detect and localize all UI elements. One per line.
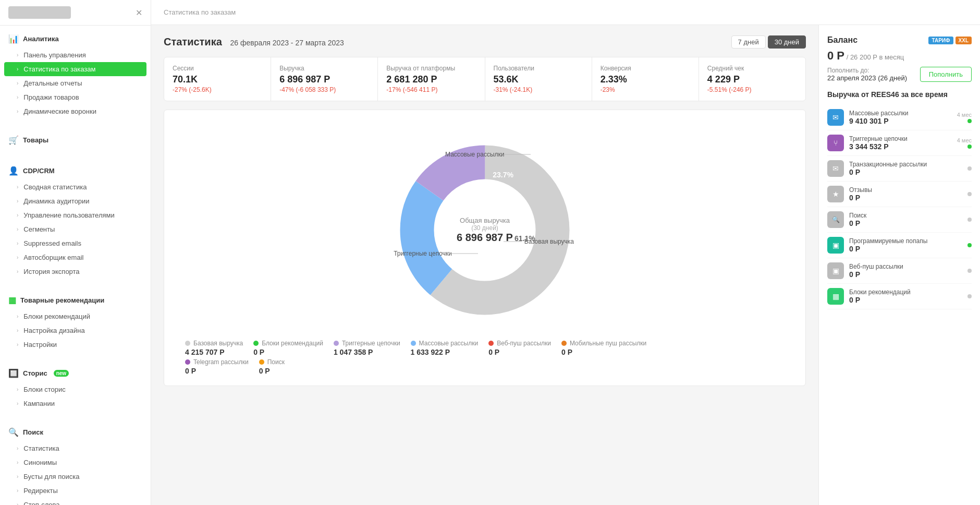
breadcrumb: Статистика по заказам	[164, 8, 236, 16]
revenue-dot-mass	[967, 119, 972, 123]
metric-users-value: 53.6K	[494, 74, 583, 85]
sidebar-section-header-stories[interactable]: 🔲 Сторис new	[0, 364, 151, 382]
revenue-info-trigger: Триггерные цепочки 3 344 532 Р	[849, 135, 952, 151]
sidebar-item-audience-dynamics[interactable]: › Динамика аудитории	[0, 194, 151, 208]
metric-sessions-value: 70.1K	[173, 74, 262, 85]
sidebar-section-header-search[interactable]: 🔍 Поиск	[0, 423, 151, 441]
legend-row-2: Telegram рассылки 0 Р Поиск 0 Р	[175, 358, 795, 375]
chevron-icon: ›	[17, 66, 18, 72]
legend-dot-webpush	[488, 341, 494, 346]
legend-item-4: Веб-пуш рассылки 0 Р	[488, 340, 551, 356]
pct-label-base: 61.1%	[514, 234, 535, 243]
revenue-dot-trigger	[967, 145, 972, 149]
metric-sessions-label: Сессии	[173, 65, 262, 72]
period-30-button[interactable]: 30 дней	[768, 35, 806, 49]
sidebar-item-product-sales[interactable]: › Продажи товаров	[0, 90, 151, 104]
sidebar-item-story-blocks[interactable]: › Блоки сторис	[0, 382, 151, 396]
metric-revenue: Выручка 6 896 987 Р -47% (-6 058 333 Р)	[271, 57, 378, 101]
sidebar-section-header-analytics[interactable]: 📊 Аналитика	[0, 30, 151, 48]
metric-conversion-change: -23%	[601, 86, 690, 93]
chevron-icon: ›	[17, 80, 18, 86]
tariff-badges: ТАРИФ XXL	[928, 37, 972, 44]
recommendations-icon: ▦	[8, 295, 16, 305]
sidebar-logo	[8, 6, 71, 19]
sidebar-item-design-settings[interactable]: › Настройка дизайна	[0, 323, 151, 338]
revenue-icon-reviews: ★	[827, 186, 844, 202]
legend-row: Базовая выручка 4 215 707 Р Блоки рекоме…	[175, 340, 795, 356]
right-sidebar: Баланс ТАРИФ XXL 0 Р / 26 200 Р в месяц …	[818, 25, 980, 505]
sidebar-item-export-history[interactable]: › История экспорта	[0, 264, 151, 279]
legend-dot-mass	[411, 341, 416, 346]
sidebar-item-campaigns[interactable]: › Кампании	[0, 396, 151, 411]
balance-refill-date: 22 апреля 2023 (26 дней)	[827, 74, 907, 82]
sidebar-item-settings[interactable]: › Настройки	[0, 338, 151, 352]
sidebar-item-suppressed-emails[interactable]: › Suppressed emails	[0, 236, 151, 250]
sidebar-section-search: 🔍 Поиск › Статистика › Синонимы › Бусты …	[0, 419, 151, 505]
legend-item-6: Telegram рассылки 0 Р	[185, 358, 249, 375]
metrics-row: Сессии 70.1K -27% (-25.6K) Выручка 6 896…	[164, 57, 806, 101]
sidebar-item-rec-blocks[interactable]: › Блоки рекомендаций	[0, 309, 151, 323]
sidebar-item-auto-collector[interactable]: › Автосборщик email	[0, 250, 151, 264]
legend-item-1: Блоки рекомендаций 0 Р	[253, 340, 323, 356]
sidebar-item-boosts[interactable]: › Бусты для поиска	[0, 470, 151, 484]
sidebar: ✕ 📊 Аналитика › Панель управления › Стат…	[0, 0, 151, 505]
revenue-item-mass: ✉ Массовые рассылки 9 410 301 Р 4 мес	[827, 105, 972, 130]
pointer-label-mass: Массовые рассылки	[445, 151, 505, 158]
revenue-info-search: Поиск 0 Р	[849, 212, 962, 227]
balance-title: Баланс	[827, 35, 858, 45]
sidebar-item-order-stats[interactable]: › Статистика по заказам	[4, 62, 146, 76]
sidebar-section-header-cdp[interactable]: 👤 CDP/CRM	[0, 162, 151, 180]
revenue-info-rec-blocks: Блоки рекомендаций 0 Р	[849, 288, 962, 304]
metric-avg-label: Средний чек	[707, 65, 797, 72]
revenue-info-transactional: Транзакционные рассылки 0 Р	[849, 161, 962, 176]
sidebar-section-header-products[interactable]: 🛒 Товары	[0, 131, 151, 149]
revenue-icon-popups: ▣	[827, 237, 844, 254]
revenue-info-popups: Программируемые попапы 0 Р	[849, 237, 962, 253]
metric-conversion-label: Конверсия	[601, 65, 690, 72]
sidebar-section-stories: 🔲 Сторис new › Блоки сторис › Кампании	[0, 360, 151, 415]
sidebar-item-redirects[interactable]: › Редиректы	[0, 484, 151, 498]
sidebar-item-search-stats[interactable]: › Статистика	[0, 441, 151, 455]
metric-platform-value: 2 681 280 Р	[386, 74, 476, 85]
metric-avg-change: -5.51% (-246 Р)	[707, 86, 797, 93]
balance-header: Баланс ТАРИФ XXL	[827, 35, 972, 45]
close-icon[interactable]: ✕	[136, 8, 142, 18]
metric-users-change: -31% (-24.1K)	[494, 86, 583, 93]
analytics-section-label: Аналитика	[23, 35, 59, 43]
period-7-button[interactable]: 7 дней	[731, 35, 766, 49]
legend-item-7: Поиск 0 Р	[259, 358, 285, 375]
sidebar-section-header-recommendations[interactable]: ▦ Товарные рекомендации	[0, 291, 151, 309]
cdp-icon: 👤	[8, 166, 19, 176]
revenue-dot-rec-blocks	[967, 294, 972, 298]
sidebar-item-segments[interactable]: › Сегменты	[0, 222, 151, 236]
revenue-dot-popups	[967, 243, 972, 247]
revenue-item-popups: ▣ Программируемые попапы 0 Р	[827, 233, 972, 258]
stats-date: 26 февраля 2023 - 27 марта 2023	[230, 39, 344, 47]
sidebar-item-stop-words[interactable]: › Стоп-слова	[0, 498, 151, 505]
metric-platform-label: Выручка от платформы	[386, 65, 476, 72]
sidebar-item-dynamic-funnels[interactable]: › Динамические воронки	[0, 104, 151, 118]
revenue-icon-webpush: ▣	[827, 262, 844, 279]
revenue-dot-search	[967, 218, 972, 222]
metric-users: Пользователи 53.6K -31% (-24.1K)	[485, 57, 592, 101]
pct-label-trigger: 15.2%	[449, 246, 470, 254]
sidebar-section-cdp: 👤 CDP/CRM › Сводная статистика › Динамик…	[0, 158, 151, 283]
legend-dot-telegram	[185, 359, 190, 365]
sidebar-section-analytics: 📊 Аналитика › Панель управления › Статис…	[0, 26, 151, 123]
refill-button[interactable]: Пополнить	[920, 67, 972, 82]
revenue-info-mass: Массовые рассылки 9 410 301 Р	[849, 110, 952, 125]
sidebar-item-synonyms[interactable]: › Синонимы	[0, 455, 151, 470]
metric-revenue-label: Выручка	[279, 65, 369, 72]
revenue-dot-reviews	[967, 192, 972, 196]
tariff-badge-label: ТАРИФ	[928, 37, 953, 44]
period-buttons: 7 дней 30 дней	[731, 35, 806, 49]
sidebar-item-detail-reports[interactable]: › Детальные отчеты	[0, 76, 151, 90]
main-body: Статистика 26 февраля 2023 - 27 марта 20…	[151, 25, 980, 505]
search-section-icon: 🔍	[8, 427, 19, 437]
sidebar-item-summary-stats[interactable]: › Сводная статистика	[0, 180, 151, 194]
sidebar-section-products: 🛒 Товары	[0, 127, 151, 153]
sidebar-item-dashboard[interactable]: › Панель управления	[0, 48, 151, 62]
legend-item-2: Триггерные цепочки 1 047 358 Р	[334, 340, 400, 356]
sidebar-item-user-management[interactable]: › Управление пользователями	[0, 208, 151, 222]
revenue-dot-webpush	[967, 269, 972, 273]
